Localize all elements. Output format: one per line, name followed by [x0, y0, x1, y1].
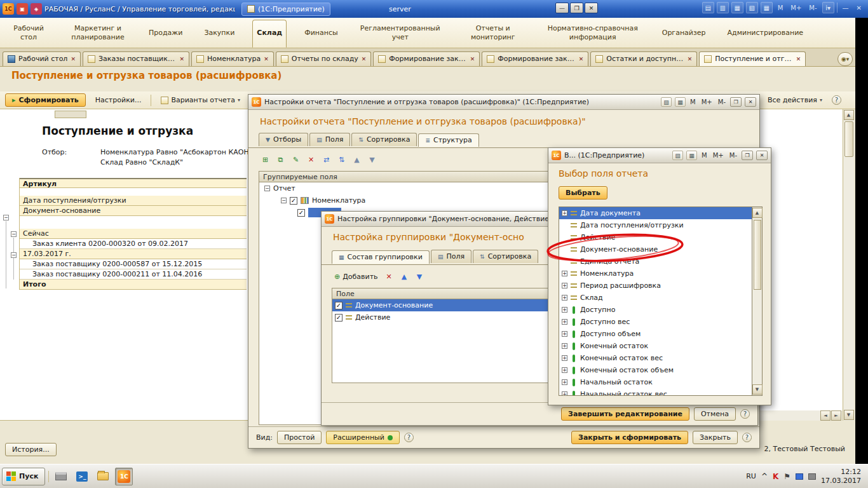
- list-item[interactable]: Дата поступления/отгрузки: [559, 219, 752, 231]
- expand-icon[interactable]: +: [562, 307, 567, 313]
- info-icon[interactable]: i▾: [822, 2, 834, 13]
- memory-minus-button[interactable]: М-: [728, 152, 738, 159]
- minimize-icon[interactable]: —: [555, 3, 569, 13]
- move-left-right-icon[interactable]: ⇄: [320, 153, 333, 166]
- print-icon[interactable]: ▥: [717, 2, 729, 13]
- calculator-icon[interactable]: ▧: [746, 2, 758, 13]
- section-marketing[interactable]: Маркетинг и планирование: [65, 20, 131, 48]
- report-row-group[interactable]: 17.03.2017 г.: [20, 249, 247, 259]
- expand-icon[interactable]: +: [562, 210, 567, 216]
- memory-recall-button[interactable]: М: [689, 98, 697, 105]
- help-icon[interactable]: ?: [832, 95, 841, 105]
- expand-icon[interactable]: +: [562, 283, 567, 288]
- report-row[interactable]: Документ-основание: [20, 206, 247, 216]
- expand-icon[interactable]: +: [562, 379, 567, 385]
- memory-recall-button[interactable]: М: [700, 152, 709, 159]
- delete-icon[interactable]: ✕: [304, 153, 318, 166]
- tab-grouping-content[interactable]: ▦Состав группировки: [332, 250, 430, 264]
- tab-list-icon[interactable]: ◉▾: [837, 52, 853, 66]
- memory-recall-button[interactable]: М: [775, 3, 786, 13]
- calendar-icon[interactable]: ▦: [761, 2, 773, 13]
- close-button[interactable]: Закрыть: [693, 431, 738, 444]
- monitor-icon[interactable]: [808, 473, 816, 480]
- list-item[interactable]: Действие: [559, 231, 752, 243]
- memory-plus-button[interactable]: М+: [712, 152, 725, 159]
- expand-icon[interactable]: +: [562, 367, 567, 373]
- delete-icon[interactable]: ✕: [383, 270, 396, 283]
- scroll-right-icon[interactable]: ►: [831, 410, 841, 421]
- scroll-down-icon[interactable]: ▼: [752, 384, 763, 395]
- folder-shortcut-icon[interactable]: [94, 468, 112, 485]
- report-row[interactable]: Заказ поставщику 0200-000587 от 15.12.20…: [20, 259, 247, 269]
- close-icon[interactable]: ✕: [579, 56, 584, 62]
- list-item[interactable]: Единица отчета: [559, 255, 752, 268]
- scroll-up-icon[interactable]: ▲: [844, 110, 854, 120]
- titlebar-quick-icon-2[interactable]: ◈: [31, 3, 42, 15]
- checkbox-checked[interactable]: ✓: [335, 314, 342, 322]
- secondary-window-tab[interactable]: (1С:Предприятие): [241, 3, 330, 16]
- vertical-scrollbar[interactable]: ▲ ▼: [843, 109, 854, 421]
- swap-icon[interactable]: ⇅: [335, 153, 348, 166]
- section-reference-info[interactable]: Нормативно-справочная информация: [541, 20, 644, 48]
- network-icon[interactable]: [796, 473, 803, 480]
- save-icon[interactable]: ▤: [702, 2, 714, 13]
- expand-icon[interactable]: +: [562, 331, 567, 337]
- list-item[interactable]: +Конечный остаток объем: [559, 364, 752, 376]
- list-item[interactable]: +Доступно: [559, 304, 752, 316]
- section-reports-monitoring[interactable]: Отчеты и мониторинг: [459, 20, 527, 48]
- horizontal-scrollbar[interactable]: ◄ ►: [760, 410, 843, 421]
- list-item[interactable]: +Доступно объем: [559, 328, 752, 340]
- antivirus-icon[interactable]: K: [773, 473, 778, 480]
- tab-stock-availability[interactable]: Остатки и доступность т...✕: [590, 51, 697, 66]
- list-item-selected[interactable]: +Дата документа: [559, 207, 752, 219]
- scroll-left-icon[interactable]: ◄: [820, 410, 831, 421]
- report-row[interactable]: Заказ поставщику 0200-000211 от 11.04.20…: [20, 269, 247, 280]
- expand-icon[interactable]: +: [562, 319, 567, 325]
- section-organizer[interactable]: Органайзер: [658, 20, 710, 48]
- collapse-icon[interactable]: −: [281, 198, 287, 203]
- list-item[interactable]: +Начальный остаток: [559, 376, 752, 388]
- memory-plus-button[interactable]: М+: [788, 3, 804, 13]
- tab-order-generation-2[interactable]: Формирование заказо...✕: [482, 51, 588, 66]
- language-indicator[interactable]: RU: [746, 472, 756, 480]
- all-actions-button[interactable]: Все действия▾: [763, 93, 827, 107]
- close-icon[interactable]: ✕: [745, 97, 756, 107]
- printer-shortcut-icon[interactable]: [52, 468, 70, 485]
- tab-receipt-shipment[interactable]: Поступление и отгрузк...✕: [699, 51, 806, 66]
- checkbox-checked[interactable]: ✓: [290, 197, 297, 205]
- vertical-scrollbar[interactable]: ▲ ▼: [752, 207, 763, 396]
- tab-structure[interactable]: ≣Структура: [418, 133, 478, 147]
- dialog-titlebar[interactable]: 1С В... (1С:Предприятие) ▧ ▦ М М+ М- ❒ ✕: [548, 148, 771, 163]
- memory-minus-button[interactable]: М-: [717, 98, 727, 105]
- simple-view-button[interactable]: Простой: [277, 431, 322, 444]
- checkbox-checked[interactable]: ✓: [297, 209, 305, 217]
- section-sales[interactable]: Продажи: [145, 20, 186, 48]
- collapse-icon[interactable]: −: [11, 252, 17, 258]
- restore-icon[interactable]: ❒: [742, 151, 753, 160]
- list-item-annotated[interactable]: Документ-основание: [559, 243, 752, 255]
- extended-view-button[interactable]: Расширенный: [326, 431, 400, 444]
- calendar-icon[interactable]: ▦: [686, 151, 697, 160]
- calendar-icon[interactable]: ▦: [675, 97, 686, 107]
- titlebar-quick-icon-1[interactable]: ▣: [17, 3, 28, 15]
- help-icon[interactable]: ?: [740, 409, 750, 419]
- start-button[interactable]: Пуск: [2, 468, 45, 485]
- settings-button[interactable]: Настройки...: [91, 93, 146, 107]
- report-row-total[interactable]: Итого: [20, 280, 247, 290]
- report-variants-button[interactable]: Варианты отчета▾: [156, 93, 245, 107]
- calculator-icon[interactable]: ▧: [661, 97, 672, 107]
- select-button[interactable]: Выбрать: [559, 186, 607, 200]
- tab-nomenclature[interactable]: Номенклатура✕: [191, 51, 274, 66]
- scroll-down-icon[interactable]: ▼: [844, 410, 854, 420]
- close-icon[interactable]: ✕: [796, 56, 801, 62]
- tray-expand-icon[interactable]: ^: [761, 473, 768, 480]
- list-item[interactable]: +Конечный остаток: [559, 340, 752, 352]
- close-icon[interactable]: ✕: [179, 56, 184, 62]
- add-button[interactable]: ⊕Добавить: [332, 270, 381, 283]
- section-finance[interactable]: Финансы: [301, 20, 341, 48]
- tab-sorting[interactable]: ⇅Сортировка: [473, 250, 538, 263]
- close-icon[interactable]: ✕: [756, 151, 768, 160]
- memory-minus-button[interactable]: М-: [806, 3, 819, 13]
- memory-plus-button[interactable]: М+: [700, 98, 714, 105]
- expand-icon[interactable]: +: [562, 271, 567, 276]
